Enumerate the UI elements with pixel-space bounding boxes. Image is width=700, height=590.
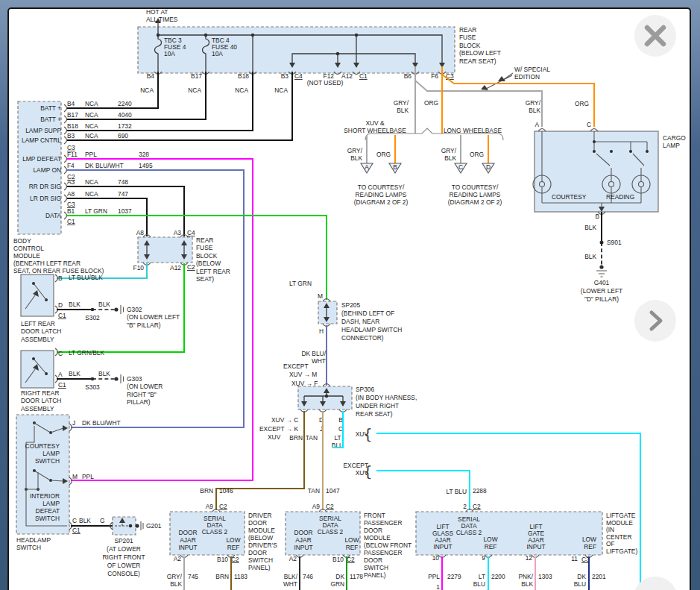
to-courtesy-lamps-label: TO COURTESY/READING LAMPS(DIAGRAM 2 OF 2… bbox=[354, 183, 409, 206]
close-icon bbox=[643, 23, 668, 48]
next-page-button[interactable] bbox=[634, 300, 676, 342]
driver-door-module: SERIALDATACLASS 2 DOORAJARINPUT LOWREF A… bbox=[167, 509, 278, 590]
wire-gry-blk: GRY/BLK bbox=[441, 147, 457, 162]
bcm-circuit: 690 bbox=[118, 132, 128, 139]
diagram-viewer: HOT ATALL TIMES TBC 3FUSE 410A TBC 4FUSE… bbox=[0, 0, 700, 590]
bcm-pin-id: A3 bbox=[67, 178, 75, 186]
pin-c: C bbox=[72, 517, 77, 524]
circuit-2201: 2201 bbox=[592, 573, 606, 580]
pin-c: C bbox=[58, 350, 63, 357]
circuit-2279: 2279 bbox=[447, 573, 461, 580]
conn-c2: C2 bbox=[231, 556, 239, 563]
triangle-d: D bbox=[486, 163, 491, 171]
conn-c4: C4 bbox=[187, 229, 195, 236]
passthrough-name: REARFUSEBLOCK(BELOWLEFT REARSEAT) bbox=[196, 236, 230, 283]
cargo-lamp-name: CARGOLAMP bbox=[663, 134, 686, 149]
wire-gry-blk: GRY/BLK bbox=[167, 573, 183, 588]
circuit-1183: 1183 bbox=[234, 573, 247, 580]
wire-blk: BLK bbox=[98, 370, 110, 377]
bcm-pin-id: B18 bbox=[67, 122, 78, 130]
wire-blk: BLK bbox=[79, 517, 91, 524]
bcm-pin-id: B1 bbox=[67, 207, 75, 215]
wire-dk-grn: DKGRN bbox=[330, 573, 344, 588]
bcm-wire-color: NCA bbox=[85, 190, 98, 198]
pin-a8: A8 bbox=[136, 229, 145, 236]
wire-nca-2: NCA bbox=[188, 87, 201, 94]
courtesy-bulb-label: COURTESY bbox=[552, 193, 587, 201]
circuit-746: 746 bbox=[303, 573, 313, 580]
conn-c2: C2 bbox=[326, 503, 334, 510]
low-ref-label: LOWREF bbox=[344, 536, 359, 551]
bcm-wire-color: NCA bbox=[85, 132, 98, 139]
pin-12: 12 bbox=[526, 554, 533, 562]
pin-b: B bbox=[595, 213, 599, 220]
wire-lt-blu-blk: LT BLU/BLK bbox=[69, 274, 103, 281]
liftgate-module: LIFTGLASSAJARINPUT SERIALDATACLASS 2 LOW… bbox=[416, 509, 637, 590]
hot-at-label: HOT ATALL TIMES bbox=[146, 9, 178, 23]
bcm-pin-name: DATA bbox=[45, 212, 62, 219]
wire-nca-4: NCA bbox=[274, 87, 288, 94]
circuit-2200: 2200 bbox=[491, 573, 505, 580]
bcm-pin-id: F4 bbox=[67, 162, 75, 169]
wire-blk: BLK bbox=[584, 253, 596, 260]
left-latch-name: LEFT REARDOOR LATCHASSEMBLY bbox=[21, 320, 61, 343]
ground-g303: G303(ON LOWERRIGHT "B"PILLAR) bbox=[127, 375, 163, 406]
pin-f6: F6 bbox=[431, 72, 438, 80]
reading-bulb-label: READING bbox=[606, 193, 634, 201]
wire-brn: BRN bbox=[215, 573, 229, 580]
close-button[interactable] bbox=[634, 15, 676, 57]
bcm-pin-name: LMP DEFEAT bbox=[22, 155, 61, 163]
wire-ppl: PPL bbox=[82, 473, 94, 480]
circuit-1178: 1178 bbox=[350, 573, 363, 580]
pin-a: A bbox=[535, 121, 539, 128]
wire-org: ORG bbox=[376, 151, 391, 158]
pin-c: C bbox=[587, 121, 591, 128]
special-edition-label: W/ SPECIALEDITION bbox=[514, 66, 550, 81]
pin-10: 10 bbox=[432, 554, 440, 562]
bcm-pin-name: BATT + bbox=[40, 104, 61, 112]
pin-a2: A2 bbox=[174, 555, 182, 562]
pin-b4: B4 bbox=[147, 72, 155, 80]
chevron-right-icon bbox=[643, 308, 668, 333]
pin-b17: B17 bbox=[191, 72, 202, 80]
splice-s901: S901 bbox=[607, 239, 622, 246]
bcm-wire-color: NCA bbox=[85, 122, 98, 130]
xuv-m-label: XUV → M bbox=[289, 371, 317, 378]
brace-glyph: { bbox=[363, 462, 373, 480]
bcm-circuit: 748 bbox=[118, 178, 128, 186]
triangle-b: B bbox=[393, 163, 397, 171]
wire-blk: BLK bbox=[584, 224, 596, 231]
pin-1: 1 bbox=[436, 583, 440, 590]
wire-org: ORG bbox=[575, 100, 589, 107]
except-k-label: EXCEPT → K bbox=[259, 425, 298, 433]
conn-c2: C2 bbox=[347, 556, 355, 563]
except-label: EXCEPT bbox=[283, 363, 309, 370]
conn-c1: C1 bbox=[359, 72, 368, 80]
pin-b18: B18 bbox=[238, 72, 249, 80]
sp306-label: SP306(IN BODY HARNESS,UNDER RIGHTREAR SE… bbox=[356, 386, 417, 418]
front-passenger-module-name: FRONTPASSENGERDOORMODULE(BELOW FRONTPASS… bbox=[364, 512, 412, 579]
ground-g401: G401(LOWER LEFT"D" PILLAR) bbox=[581, 279, 622, 303]
circuit-1047: 1047 bbox=[326, 487, 340, 495]
bcm-wire-color: NCA bbox=[85, 100, 98, 107]
circuit-2288: 2288 bbox=[473, 487, 487, 495]
wire-tan: TAN bbox=[306, 434, 318, 442]
rear-fuse-block: HOT ATALL TIMES TBC 3FUSE 410A TBC 4FUSE… bbox=[138, 9, 550, 94]
pin-b10: B10 bbox=[332, 556, 344, 563]
pin-h: H bbox=[319, 327, 324, 335]
bcm-pin-name: RR DR SIG bbox=[29, 183, 61, 190]
ground-g201: G201 bbox=[146, 522, 162, 530]
wire-org: ORG bbox=[424, 99, 438, 107]
pin-m: M bbox=[72, 473, 78, 480]
cargo-lamp: GRY/BLK ORG A C CARGOLAMP COURTESY READI… bbox=[526, 99, 687, 303]
pin-b: B bbox=[58, 274, 63, 282]
pin-a2: A2 bbox=[289, 555, 297, 562]
wire-dk-blu: DKBLU bbox=[574, 573, 587, 588]
bcm-circuit: 2240 bbox=[118, 100, 132, 107]
bcm-pin-name: LAMP SUPP bbox=[25, 127, 61, 134]
wire-gry-blk: GRY/BLK bbox=[526, 99, 541, 114]
wire-blk: BLK bbox=[69, 370, 81, 377]
low-ref-label: LOWREF bbox=[226, 536, 240, 551]
bcm-wire-color: DK BLU/WHT bbox=[85, 162, 124, 169]
not-used-label: (NOT USED) bbox=[307, 79, 344, 87]
